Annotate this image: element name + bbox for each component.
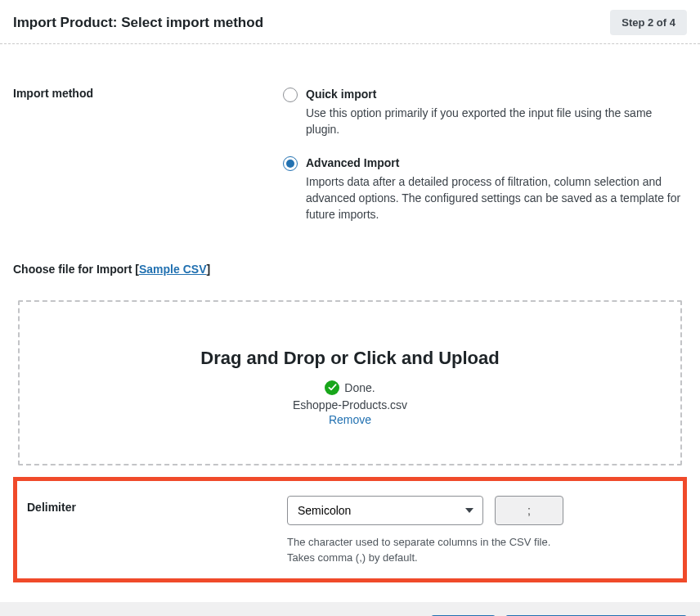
upload-status: Done. xyxy=(325,380,375,395)
option-title: Advanced Import xyxy=(306,155,687,172)
option-desc: Use this option primarily if you exporte… xyxy=(306,105,687,138)
delimiter-select-wrap: Semicolon xyxy=(287,496,483,525)
dropzone-title: Drag and Drop or Click and Upload xyxy=(36,348,664,369)
delimiter-help: The character used to separate columns i… xyxy=(287,535,673,566)
sample-csv-link[interactable]: Sample CSV xyxy=(139,263,206,276)
wizard-footer: Back Step 3: Map import columns xyxy=(0,602,700,616)
file-dropzone[interactable]: Drag and Drop or Click and Upload Done. … xyxy=(18,300,682,465)
import-method-row: Import method Quick import Use this opti… xyxy=(13,87,687,223)
file-label: Choose file for Import [Sample CSV] xyxy=(13,263,687,276)
option-advanced-import[interactable]: Advanced Import Imports data after a det… xyxy=(283,155,687,223)
page-title: Import Product: Select import method xyxy=(13,15,263,31)
radio-advanced-import[interactable] xyxy=(283,156,298,171)
option-quick-import[interactable]: Quick import Use this option primarily i… xyxy=(283,87,687,137)
option-title: Quick import xyxy=(306,87,687,103)
delimiter-value-input[interactable] xyxy=(495,496,563,525)
import-method-label: Import method xyxy=(13,87,283,100)
radio-quick-import[interactable] xyxy=(283,88,298,102)
delimiter-label: Delimiter xyxy=(27,496,287,514)
delimiter-highlight: Delimiter Semicolon The character used t… xyxy=(13,477,687,583)
delimiter-select[interactable]: Semicolon xyxy=(287,496,483,525)
step-badge: Step 2 of 4 xyxy=(610,10,687,35)
import-method-options: Quick import Use this option primarily i… xyxy=(283,87,687,223)
check-icon xyxy=(325,380,339,395)
wizard-header: Import Product: Select import method Ste… xyxy=(0,0,700,43)
uploaded-filename: Eshoppe-Products.csv xyxy=(36,398,664,411)
remove-file-link[interactable]: Remove xyxy=(329,413,371,426)
option-desc: Imports data after a detailed process of… xyxy=(306,173,687,223)
